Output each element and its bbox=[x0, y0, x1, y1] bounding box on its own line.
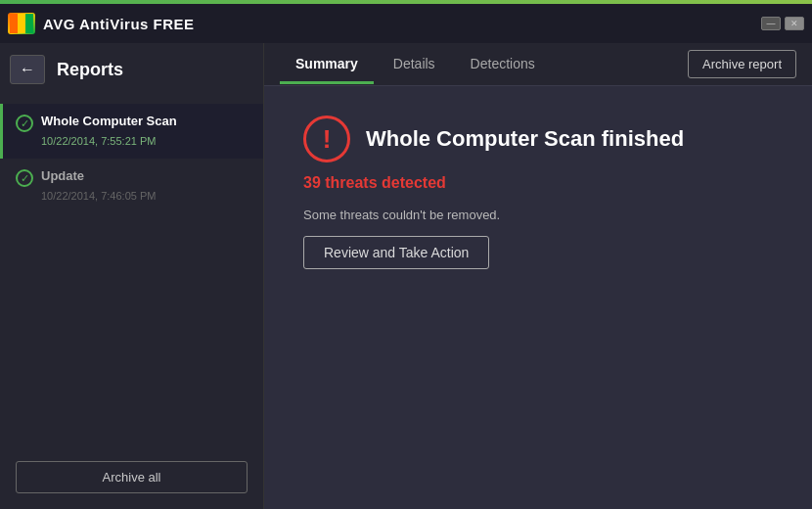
report-item-header-1: Whole Computer Scan bbox=[16, 114, 248, 132]
main-layout: ← Reports Whole Computer Scan 10/22/2014… bbox=[0, 43, 812, 509]
minimize-button[interactable]: — bbox=[761, 17, 781, 30]
check-icon-2 bbox=[16, 169, 33, 187]
tab-details[interactable]: Details bbox=[378, 46, 451, 84]
report-item-wrapper-1: Whole Computer Scan 10/22/2014, 7:55:21 … bbox=[0, 104, 263, 159]
warning-icon: ! bbox=[303, 116, 350, 162]
app-title: AVG AntiVirus FREE bbox=[43, 16, 195, 32]
report-item-name-1: Whole Computer Scan bbox=[41, 114, 177, 128]
avg-logo bbox=[8, 13, 35, 34]
scan-finished-title: Whole Computer Scan finished bbox=[366, 126, 684, 152]
report-item-header-2: Update bbox=[16, 168, 248, 187]
tabs-bar: Summary Details Detections Archive repor… bbox=[264, 43, 812, 86]
report-item-wrapper-2: Update 10/22/2014, 7:46:05 PM bbox=[0, 159, 263, 213]
sidebar-footer: Archive all bbox=[0, 445, 263, 509]
report-item-update[interactable]: Update 10/22/2014, 7:46:05 PM bbox=[0, 159, 263, 213]
check-icon-1 bbox=[16, 115, 33, 132]
close-button[interactable]: ✕ bbox=[785, 17, 804, 30]
threats-count: 39 threats detected bbox=[303, 174, 773, 192]
sidebar-header: ← Reports bbox=[0, 43, 263, 96]
tab-summary[interactable]: Summary bbox=[280, 46, 374, 84]
sidebar-title: Reports bbox=[57, 60, 123, 80]
content-panel: Summary Details Detections Archive repor… bbox=[264, 43, 812, 509]
summary-content: ! Whole Computer Scan finished 39 threat… bbox=[264, 86, 812, 509]
window-title: AVG AntiVirus FREE bbox=[8, 13, 195, 34]
review-button[interactable]: Review and Take Action bbox=[303, 236, 489, 269]
report-item-name-2: Update bbox=[41, 168, 84, 183]
scan-result-header: ! Whole Computer Scan finished bbox=[303, 116, 773, 162]
svg-rect-1 bbox=[18, 14, 25, 33]
back-button[interactable]: ← bbox=[10, 55, 45, 84]
report-item-whole-computer-scan[interactable]: Whole Computer Scan 10/22/2014, 7:55:21 … bbox=[0, 104, 263, 159]
svg-rect-0 bbox=[10, 14, 18, 33]
window-bar: AVG AntiVirus FREE — ✕ bbox=[0, 4, 812, 43]
cant-remove-text: Some threats couldn't be removed. bbox=[303, 208, 773, 222]
archive-report-button[interactable]: Archive report bbox=[688, 50, 796, 78]
report-item-date-1: 10/22/2014, 7:55:21 PM bbox=[41, 134, 248, 149]
svg-rect-2 bbox=[25, 14, 33, 33]
archive-all-button[interactable]: Archive all bbox=[16, 461, 248, 493]
window-controls: — ✕ bbox=[761, 17, 804, 30]
tab-detections[interactable]: Detections bbox=[455, 46, 551, 84]
sidebar-items: Whole Computer Scan 10/22/2014, 7:55:21 … bbox=[0, 96, 263, 445]
report-item-date-2: 10/22/2014, 7:46:05 PM bbox=[41, 189, 248, 204]
sidebar: ← Reports Whole Computer Scan 10/22/2014… bbox=[0, 43, 264, 509]
